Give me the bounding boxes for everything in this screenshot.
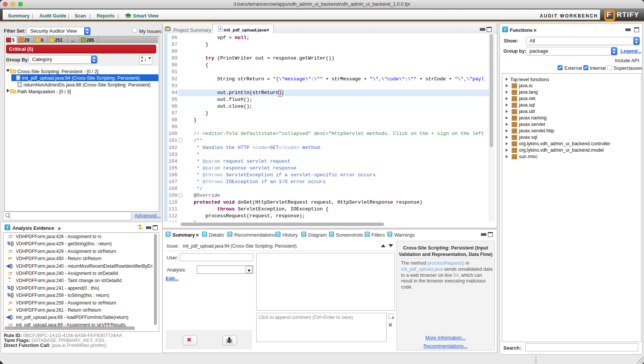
svg-text:J: J bbox=[219, 27, 221, 31]
